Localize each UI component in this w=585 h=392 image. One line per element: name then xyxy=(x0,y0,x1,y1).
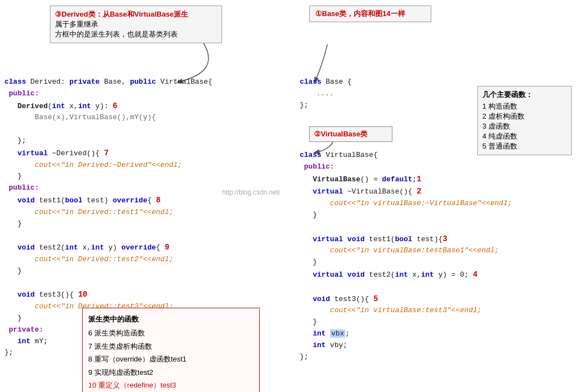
code-line-test1-body: cout<<"in Derived::test1"<<endl; xyxy=(4,207,293,218)
code-line-braces: }; xyxy=(4,135,293,147)
derived-funcs-item7: 7 派生类虚析构函数 xyxy=(88,340,254,353)
vb-constructor: VirtualBase() = default;1 xyxy=(300,173,572,186)
code-line-close-test2: } xyxy=(4,266,293,277)
code-line-test2: void test2(int x,int y) override{ 9 xyxy=(4,241,293,254)
main-funcs-title: 几个主要函数： xyxy=(482,90,567,100)
virtualbase-label-text: ②VirtualBase类 xyxy=(314,130,367,138)
code-line-empty2 xyxy=(4,230,293,241)
base-code-block: class Base { .... }; xyxy=(300,77,466,111)
vb-test3: void test3(){ 5 xyxy=(300,293,572,306)
code-base-class: class Base { xyxy=(300,77,466,88)
annotation-derived-line1: 属于多重继承 xyxy=(55,19,217,29)
code-line-public1: public: xyxy=(4,88,293,100)
virtualbase-code-block: class VirtualBase{ public: VirtualBase()… xyxy=(300,150,572,363)
vb-close-destructor: } xyxy=(300,210,572,221)
vb-class-line: class VirtualBase{ xyxy=(300,150,572,161)
code-base-end: }; xyxy=(300,100,466,111)
vb-close-test1: } xyxy=(300,257,572,268)
vb-test2: virtual void test2(int x,int y) = 0; 4 xyxy=(300,268,572,281)
vb-destructor: virtual ~VirtualBase(){ 2 xyxy=(300,185,572,198)
derived-funcs-item6: 6 派生类构造函数 xyxy=(88,327,254,339)
vb-empty2 xyxy=(300,281,572,293)
annotation-base: ①Base类，内容和图14一样 xyxy=(309,6,431,22)
vb-test1: virtual void test1(bool test){3 xyxy=(300,233,572,246)
annotation-derived: ③Derived类：从Base和VirtualBase派生 属于多重继承 方框中… xyxy=(50,6,222,43)
code-line-empty1 xyxy=(4,124,293,135)
derived-funcs-item10: 10 重定义（redefine）test3 xyxy=(88,379,254,391)
annotation-virtualbase: ②VirtualBase类 xyxy=(309,126,392,142)
code-line-base-init: Base(x),VirtualBase(),mY(y){ xyxy=(4,112,293,124)
annotation-derived-title: ③Derived类：从Base和VirtualBase派生 xyxy=(55,9,217,19)
vb-destructor-body: cout<<"in virtualBase:~VirtualBase"<<end… xyxy=(300,198,572,210)
vb-public: public: xyxy=(300,161,572,173)
annotation-base-text: ①Base类，内容和图14一样 xyxy=(315,9,405,18)
main-container: ③Derived类：从Base和VirtualBase派生 属于多重继承 方框中… xyxy=(0,0,585,392)
main-funcs-item1: 1 构造函数 xyxy=(482,101,567,111)
code-line-constructor: Derived(int x,int y): 6 xyxy=(4,100,293,113)
derived-funcs-annotation: 派生类中的函数 6 派生类构造函数 7 派生类虚析构函数 8 重写（overri… xyxy=(82,308,260,392)
main-funcs-item3: 3 虚函数 xyxy=(482,121,567,131)
derived-funcs-item9: 9 实现纯虚函数test2 xyxy=(88,366,254,379)
derived-funcs-title: 派生类中的函数 xyxy=(88,313,254,325)
code-base-dots: .... xyxy=(300,88,466,100)
vb-vbx: int vbx; xyxy=(300,328,572,340)
vb-close-test3: } xyxy=(300,317,572,328)
annotation-derived-line2: 方框中的是派生列表，也就是基类列表 xyxy=(55,29,217,39)
derived-funcs-item8: 8 重写（override）虚函数test1 xyxy=(88,353,254,365)
main-funcs-item2: 2 虚析构函数 xyxy=(482,111,567,121)
code-line-class-derived: class Derived: private Base, public Virt… xyxy=(4,77,293,88)
vb-end: }; xyxy=(300,352,572,363)
annotation-main-funcs: 几个主要函数： 1 构造函数 2 虚析构函数 3 虚函数 4 纯虚函数 5 普通… xyxy=(477,86,572,155)
code-line-close-destructor: } xyxy=(4,171,293,182)
code-line-test2-body: cout<<"in Derived::test2"<<endl; xyxy=(4,254,293,266)
vb-test1-body: cout<<"in virtualBase:testBase1"<<endl; xyxy=(300,245,572,257)
vb-vby: int vby; xyxy=(300,340,572,352)
code-line-test3: void test3(){ 10 xyxy=(4,288,293,301)
code-line-destructor: virtual ~Derived(){ 7 xyxy=(4,147,293,160)
code-line-close-test1: } xyxy=(4,218,293,230)
vb-empty1 xyxy=(300,221,572,233)
code-line-destructor-body: cout<<"in Derived:~Derived"<<endl; xyxy=(4,160,293,171)
watermark: http://blog.csdn.net/ xyxy=(222,189,280,196)
code-line-empty3 xyxy=(4,277,293,289)
vb-test3-body: cout<<"in virtualBase:test3"<<endl; xyxy=(300,305,572,317)
main-funcs-item4: 4 纯虚函数 xyxy=(482,131,567,141)
